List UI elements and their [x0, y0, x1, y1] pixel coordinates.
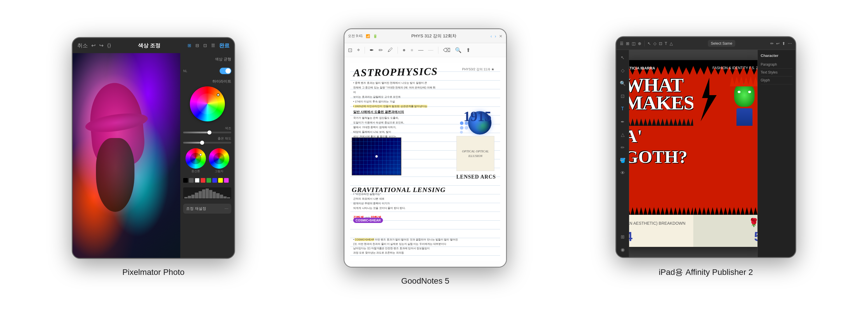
pm-slider-group: 색조 출온 채도 — [183, 126, 231, 144]
ap-aesthetic-text: (AN AESTHETIC) BREAKDOWN — [629, 221, 685, 226]
share-icon[interactable]: ⟨⟩ — [107, 42, 111, 49]
ap-more-icon[interactable]: ⋯ — [788, 41, 792, 46]
ap-left-toolbar: ↖ ◇ 🔍 ⊡ T ✒ △ ✏ 🪣 👁 ⊞ ◉ — [616, 50, 629, 257]
gn-tool-select[interactable]: ⊡ — [348, 47, 352, 53]
pm-icon2[interactable]: ⊟ — [195, 43, 199, 48]
ap-bottom-band-right: 🌹 5 — [693, 215, 757, 247]
ap-node-icon[interactable]: ◇ — [653, 41, 656, 46]
pm-hat-brim — [84, 110, 149, 135]
gn-section-heading: 일반 사례에서 도출된 결론과에서의 — [353, 110, 404, 114]
ap-menu-icon[interactable]: ☰ — [620, 41, 624, 46]
gn-content: ASTROPHYSICS PHYS3/2 강의 11과 ★ • 중력 렌즈 효과… — [344, 57, 506, 267]
ap-tool-text[interactable]: T — [618, 104, 627, 114]
gn-tool-dash2[interactable]: — — [428, 47, 433, 53]
swatch-yellow[interactable] — [218, 178, 223, 183]
ap-share-icon[interactable]: ⬆ — [782, 41, 785, 46]
ap-tool-pencil[interactable]: ✏ — [618, 143, 627, 152]
ap-tool-eye[interactable]: 👁 — [618, 168, 627, 178]
ap-grid-icon[interactable]: ⊞ — [626, 41, 629, 46]
swatch-magenta[interactable] — [224, 178, 229, 183]
swatch-white[interactable] — [195, 178, 199, 183]
gn-grid-box — [352, 138, 401, 175]
pm-title: 색상 조정 — [138, 42, 160, 49]
ap-tool-shape[interactable]: △ — [618, 130, 627, 139]
gn-divider3 — [438, 47, 438, 54]
pm-nl-toggle[interactable] — [220, 68, 231, 74]
gn-subtitle: PHYS3/2 강의 11과 ★ — [462, 67, 494, 72]
gn-back-icon[interactable]: ‹ — [491, 34, 492, 38]
ap-view-icon[interactable]: ◫ — [632, 41, 636, 46]
undo-icon[interactable]: ↩ — [91, 42, 96, 49]
pm-icon4[interactable]: ☰ — [211, 43, 215, 48]
pm-nl-toggle-row: NL — [183, 68, 231, 74]
gn-tool-search[interactable]: 🔍 — [455, 47, 461, 53]
ap-select-dropdown[interactable]: Select Same — [708, 40, 735, 47]
gn-tool-pen3[interactable]: 🖊 — [388, 47, 393, 53]
gn-blue-dots — [460, 121, 468, 134]
pm-topbar-left: 취소 ↩ ↪ ⟨⟩ — [77, 42, 111, 49]
ap-undo-icon[interactable]: ↩ — [776, 41, 780, 46]
gn-forward-icon[interactable]: › — [495, 34, 496, 38]
ap-layers-icon[interactable]: ⊞ — [618, 232, 627, 241]
gn-status-time: 오전 9:41 — [348, 34, 363, 38]
gn-topbar-left: 오전 9:41 📶 🔋 — [348, 34, 377, 38]
pm-icon1[interactable]: ⊞ — [188, 43, 191, 48]
ap-cursor-icon[interactable]: ↖ — [648, 41, 651, 46]
affinity-frame: ☰ ⊞ ◫ ⊕ ↖ ◇ ⊡ T △ Select Same ✏ — [615, 36, 796, 258]
ap-tool-select[interactable]: ↖ — [618, 53, 627, 62]
pm-adjust-dots: ··· — [225, 206, 228, 211]
swatch-gray[interactable] — [189, 178, 194, 183]
ap-color-icon[interactable]: ◉ — [618, 245, 627, 254]
ap-tool-frame[interactable]: ⊡ — [618, 91, 627, 101]
gn-tool-lasso[interactable]: ⌖ — [357, 47, 360, 53]
ap-tool-zoom[interactable]: 🔍 — [618, 79, 627, 88]
pm-adjust-button[interactable]: 조정 재설정 ··· — [183, 204, 231, 213]
gn-tool-pen2[interactable]: ✏ — [379, 47, 383, 53]
ap-tool-pen[interactable]: ✒ — [618, 117, 627, 126]
affinity-section: ☰ ⊞ ◫ ⊕ ↖ ◇ ⊡ T △ Select Same ✏ — [615, 36, 796, 278]
ap-panel-paragraph[interactable]: Paragraph — [761, 61, 793, 68]
pm-slider-sat: 출온 채도 — [183, 136, 231, 144]
ap-lightning-left — [696, 78, 722, 121]
pm-sat-track[interactable] — [183, 142, 231, 144]
pm-face — [96, 138, 134, 212]
ap-shape-icon[interactable]: △ — [670, 41, 673, 46]
pm-nl-label: NL — [183, 69, 187, 73]
gn-tool-pen[interactable]: ✒ — [370, 47, 374, 53]
redo-icon[interactable]: ↪ — [99, 42, 103, 49]
goodnotes-label: GoodNotes 5 — [401, 276, 450, 286]
pm-cancel-button[interactable]: 취소 — [77, 42, 88, 49]
ap-character-panel: Character Paragraph Text Styles Glyph — [757, 50, 795, 257]
ap-crop-icon[interactable]: ⊡ — [659, 41, 662, 46]
pixelmator-content: 색상 균형 NL 하이라이트 — [73, 53, 234, 258]
ap-main-canvas: LETICIA IBARRA What Makes a' — [629, 50, 757, 257]
pm-hue-track[interactable] — [183, 132, 231, 133]
ap-panel-glyph[interactable]: Glyph — [761, 77, 793, 84]
gn-tool-circle2[interactable]: ● — [410, 47, 413, 53]
ap-hair — [730, 76, 757, 86]
ap-snap-icon[interactable]: ⊕ — [638, 41, 641, 46]
gn-close-icon[interactable]: ✕ — [499, 34, 502, 38]
ap-text-icon[interactable]: T — [665, 41, 667, 46]
pm-wheel-midtones: 중간톤 — [186, 148, 206, 173]
gn-tool-dash[interactable]: — — [418, 47, 424, 53]
swatch-black[interactable] — [183, 178, 188, 183]
pm-icon3[interactable]: ⊡ — [203, 43, 207, 48]
ap-pencil-icon[interactable]: ✏ — [770, 41, 774, 46]
pm-wheel-dot — [217, 93, 220, 96]
pm-color-wheel[interactable] — [190, 86, 225, 121]
swatch-blue[interactable] — [212, 178, 217, 183]
ap-tool-node[interactable]: ◇ — [618, 66, 627, 75]
ap-panel-textstyles[interactable]: Text Styles — [761, 68, 793, 77]
pm-wheel-shadows: 그림자 — [209, 148, 229, 173]
pm-done-button[interactable]: 완료 — [219, 42, 229, 49]
pm-section-header: 색상 균형 — [183, 57, 231, 63]
gn-highlight-text: COSMIC•SHEAR — [355, 238, 374, 241]
gn-tool-eraser[interactable]: ⌫ — [443, 47, 450, 53]
swatch-red[interactable] — [201, 178, 205, 183]
ap-page-num-left: 4 — [629, 229, 632, 244]
gn-tool-circle[interactable]: ● — [403, 47, 406, 53]
swatch-green[interactable] — [207, 178, 211, 183]
gn-tool-share[interactable]: ⬆ — [466, 47, 470, 53]
ap-tool-fill[interactable]: 🪣 — [618, 155, 627, 165]
